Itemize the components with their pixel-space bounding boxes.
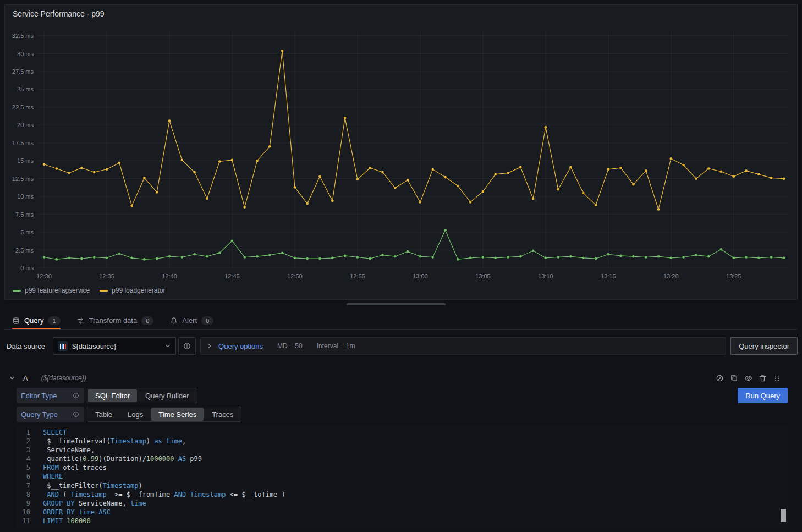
toggle-logs[interactable]: Logs	[120, 408, 150, 421]
sql-code-editor[interactable]: 1SELECT2 $__timeInterval(Timestamp) as t…	[17, 425, 788, 529]
datasource-row: Data source ${datasource} Query options …	[4, 337, 798, 355]
line-number: 8	[17, 490, 30, 499]
code-text: AND ( Timestamp >= $__fromTime AND Times…	[30, 490, 285, 499]
editor-tabs: Query 1 Transform data 0 Alert 0	[4, 312, 798, 329]
svg-text:13:00: 13:00	[413, 273, 428, 279]
svg-text:27.5 ms: 27.5 ms	[12, 68, 34, 75]
chevron-down-icon	[164, 343, 171, 349]
query-actions	[716, 374, 781, 382]
line-number: 6	[17, 472, 30, 481]
editor-type-chip: Editor Type	[17, 388, 84, 403]
svg-text:10 ms: 10 ms	[17, 193, 34, 200]
code-line[interactable]: 2 $__timeInterval(Timestamp) as time,	[17, 437, 788, 446]
run-query-button[interactable]: Run Query	[738, 388, 788, 403]
query-options-bar: Query options MD = 50 Interval = 1m	[200, 337, 726, 355]
code-line[interactable]: 10ORDER BY time ASC	[17, 508, 788, 517]
code-line[interactable]: 8 AND ( Timestamp >= $__fromTime AND Tim…	[17, 490, 788, 499]
query-type-row: Query Type Table Logs Time Series Traces	[17, 407, 788, 422]
y-axis-labels: 0 ms2.5 ms5 ms7.5 ms10 ms12.5 ms15 ms17.…	[12, 32, 34, 271]
svg-text:5 ms: 5 ms	[20, 229, 34, 235]
svg-text:13:20: 13:20	[663, 273, 679, 279]
info-icon	[183, 342, 191, 350]
info-icon[interactable]	[73, 411, 79, 418]
max-data-points-value: MD = 50	[277, 342, 303, 350]
legend-label: p99 featureflagservice	[25, 287, 90, 294]
code-line[interactable]: 4 quantile(0.99)(Duration)/1000000 AS p9…	[17, 454, 788, 463]
query-inspector-label: Query inspector	[739, 342, 789, 350]
chevron-right-icon[interactable]	[206, 343, 213, 349]
code-line[interactable]: 7 $__timeFilter(Timestamp)	[17, 481, 788, 490]
query-options-link[interactable]: Query options	[218, 342, 263, 350]
legend-label: p99 loadgenerator	[112, 287, 165, 294]
query-type-toggle: Table Logs Time Series Traces	[87, 407, 241, 422]
chart-panel: Service Performance - p99 0 ms2.5 ms5 ms…	[4, 4, 798, 300]
svg-text:17.5 ms: 17.5 ms	[12, 140, 34, 146]
toggle-table[interactable]: Table	[88, 408, 119, 421]
x-axis-labels: 12:3012:3512:4012:4512:5012:5513:0013:05…	[36, 273, 741, 279]
code-line[interactable]: 5FROM otel_traces	[17, 463, 788, 472]
circle-slash-icon[interactable]	[716, 374, 724, 382]
svg-text:20 ms: 20 ms	[17, 122, 34, 128]
code-text: ServiceName,	[30, 446, 95, 454]
toggle-traces[interactable]: Traces	[205, 408, 240, 421]
svg-text:30 ms: 30 ms	[17, 51, 34, 57]
query-row-header[interactable]: A (${datasource})	[4, 370, 798, 386]
datasource-help-button[interactable]	[178, 337, 196, 355]
datasource-logo-icon	[58, 341, 68, 351]
database-icon	[12, 317, 20, 325]
line-number: 9	[17, 499, 30, 508]
svg-text:12:55: 12:55	[350, 273, 365, 279]
tab-transform-count: 0	[141, 316, 153, 325]
panel-scrollbar-thumb[interactable]	[347, 303, 446, 305]
code-line[interactable]: 9GROUP BY ServiceName, time	[17, 499, 788, 508]
tab-transform-data[interactable]: Transform data 0	[77, 312, 154, 329]
legend-item[interactable]: p99 featureflagservice	[13, 287, 90, 294]
code-text: SELECT	[30, 428, 67, 437]
series-p99-featureflagservice	[43, 229, 785, 261]
drag-handle-icon[interactable]	[773, 374, 781, 382]
line-number: 3	[17, 446, 30, 454]
chevron-down-icon[interactable]	[9, 375, 15, 381]
svg-text:7.5 ms: 7.5 ms	[15, 211, 34, 218]
tab-query-count: 1	[48, 316, 60, 325]
svg-text:13:10: 13:10	[538, 273, 553, 279]
code-line[interactable]: 11LIMIT 100000	[17, 517, 788, 525]
line-number: 10	[17, 508, 30, 517]
editor-type-label: Editor Type	[21, 392, 57, 400]
toggle-query-builder[interactable]: Query Builder	[138, 389, 196, 402]
legend-swatch	[13, 290, 21, 292]
copy-icon[interactable]	[730, 374, 738, 382]
editor-type-row: Editor Type SQL Editor Query Builder Run…	[17, 388, 788, 403]
code-line[interactable]: 6WHERE	[17, 472, 788, 481]
trash-icon[interactable]	[759, 374, 767, 382]
svg-text:2.5 ms: 2.5 ms	[15, 247, 34, 254]
code-text: LIMIT 100000	[30, 517, 91, 525]
code-text: GROUP BY ServiceName, time	[30, 499, 146, 508]
toggle-sql-editor[interactable]: SQL Editor	[88, 389, 137, 402]
transform-icon	[77, 317, 85, 325]
line-number: 5	[17, 463, 30, 472]
query-inspector-button[interactable]: Query inspector	[730, 337, 798, 355]
datasource-picker[interactable]: ${datasource}	[53, 337, 176, 355]
query-datasource-hint: (${datasource})	[41, 374, 86, 382]
svg-text:13:15: 13:15	[601, 273, 616, 279]
info-icon[interactable]	[73, 392, 79, 399]
tab-query[interactable]: Query 1	[12, 312, 61, 329]
tab-alert[interactable]: Alert 0	[170, 312, 213, 329]
query-editor-body: Editor Type SQL Editor Query Builder Run…	[17, 388, 788, 529]
code-text: $__timeInterval(Timestamp) as time,	[30, 437, 186, 446]
line-number: 1	[17, 428, 30, 437]
timeseries-chart[interactable]: 0 ms2.5 ms5 ms7.5 ms10 ms12.5 ms15 ms17.…	[5, 19, 797, 284]
legend-item[interactable]: p99 loadgenerator	[100, 287, 165, 294]
line-number: 2	[17, 437, 30, 446]
code-text: FROM otel_traces	[30, 463, 107, 472]
editor-scrollbar-thumb[interactable]	[781, 509, 786, 522]
code-line[interactable]: 3 ServiceName,	[17, 446, 788, 454]
svg-text:22.5 ms: 22.5 ms	[12, 104, 34, 111]
toggle-time-series[interactable]: Time Series	[151, 408, 204, 421]
code-line[interactable]: 1SELECT	[17, 428, 788, 437]
query-type-chip: Query Type	[17, 407, 84, 422]
svg-text:32.5 ms: 32.5 ms	[12, 32, 34, 39]
eye-icon[interactable]	[744, 374, 752, 382]
svg-text:13:25: 13:25	[726, 273, 741, 279]
